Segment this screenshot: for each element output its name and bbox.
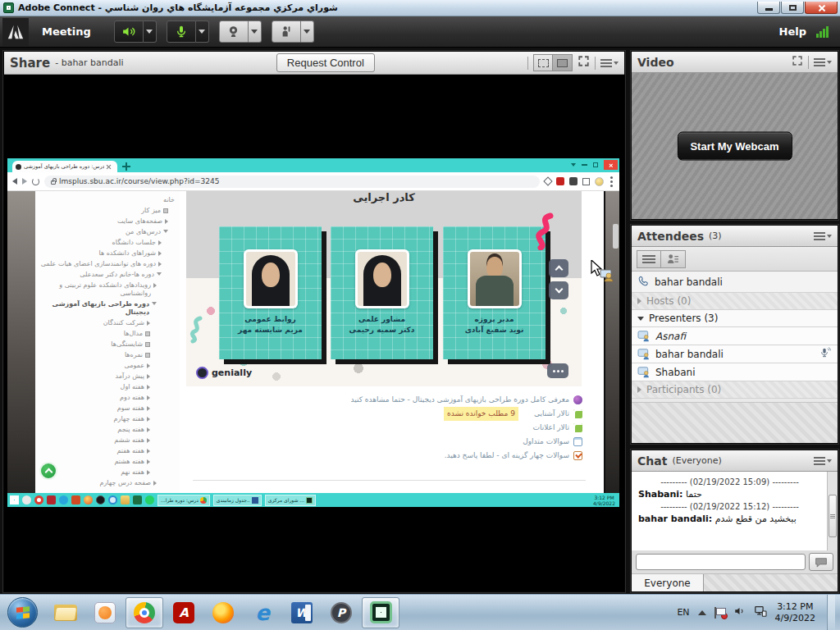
participants-group-row[interactable]: Participants (0) <box>632 381 838 399</box>
taskbar-p-app[interactable]: P <box>322 597 360 628</box>
sidebar-item[interactable]: هفته دوم <box>37 392 175 403</box>
language-indicator[interactable]: EN <box>677 607 689 618</box>
course-activity-link[interactable]: تالار آشنایی9 مطلب خوانده نشده <box>351 407 582 421</box>
status-dropdown[interactable] <box>301 21 314 43</box>
minimize-button[interactable] <box>757 2 780 14</box>
fit-width-toggle[interactable] <box>533 54 553 71</box>
tab-close-icon[interactable] <box>107 164 112 169</box>
sidebar-item[interactable]: عمومی <box>37 360 175 371</box>
shared-excel-icon[interactable] <box>133 495 142 504</box>
sidebar-item[interactable]: هفته پنجم <box>37 424 175 435</box>
tray-expand-icon[interactable] <box>698 610 706 615</box>
sidebar-item[interactable]: شوراهای دانشکده ها <box>37 248 175 258</box>
taskbar-adobe-connect[interactable] <box>362 597 399 628</box>
shared-obs-icon[interactable] <box>96 495 105 504</box>
sidebar-item[interactable]: دوره های توانمندسازی اعضای هیات علمی <box>37 258 175 269</box>
request-control-button[interactable]: Request Control <box>276 53 375 72</box>
sidebar-item[interactable]: هفته سوم <box>37 403 175 413</box>
taskbar-firefox[interactable] <box>204 597 242 628</box>
fullscreen-icon[interactable] <box>578 55 590 71</box>
sidebar-item[interactable]: شرکت کنندگان <box>37 317 175 328</box>
sidebar-item[interactable]: صفحه‌های سایت <box>37 216 175 226</box>
sidebar-item[interactable]: شایستگی‌ها <box>37 339 175 349</box>
shared-window-button-word[interactable]: ..جدول زمانبندی <box>213 495 262 506</box>
sidebar-item[interactable]: رویدادهای دانشکده علوم تربیتی و روانشناس… <box>37 280 175 299</box>
back-icon[interactable] <box>12 178 17 185</box>
course-activity-link[interactable]: سوالات متداول <box>351 435 582 449</box>
browser-minimize-icon[interactable] <box>582 164 587 166</box>
sidebar-item[interactable]: هفته اول <box>37 381 175 392</box>
sidebar-item[interactable]: میز کار <box>37 205 175 216</box>
network-icon[interactable] <box>754 605 767 620</box>
shared-explorer-icon[interactable] <box>121 495 130 504</box>
attendee-list-view-button[interactable] <box>637 250 661 268</box>
taskbar-media-player[interactable] <box>86 597 124 628</box>
sidebar-item[interactable]: هفته نهم <box>37 467 175 477</box>
staff-card[interactable]: مشاور علمیدکتر سمیه رحیمی <box>331 226 433 359</box>
new-tab-button[interactable] <box>122 162 130 171</box>
sidebar-item[interactable]: هفته چهارم <box>37 413 175 424</box>
chat-send-button[interactable] <box>809 553 833 571</box>
extension-icon[interactable] <box>556 177 564 185</box>
shared-whatsapp-icon[interactable] <box>145 495 154 504</box>
presenters-group-row[interactable]: Presenters (3) <box>632 310 838 327</box>
address-bar[interactable]: lmsplus.sbu.ac.ir/course/view.php?id=324… <box>44 176 540 188</box>
taskbar-word[interactable]: W <box>283 597 321 628</box>
shared-powerpoint-icon[interactable] <box>71 495 80 504</box>
back-to-top-button[interactable] <box>39 462 57 480</box>
presenter-row[interactable]: Shabani <box>632 363 838 381</box>
sidebar-item[interactable]: جلسات دانشگاه <box>37 237 175 248</box>
help-menu[interactable]: Help <box>779 25 806 38</box>
sidebar-item[interactable]: هفته هفتم <box>37 445 175 456</box>
shared-window-button-connect[interactable]: ... شورای مرکزی <box>265 495 316 506</box>
webcam-button[interactable] <box>219 21 249 43</box>
volume-icon[interactable] <box>733 605 746 620</box>
taskbar-chrome[interactable] <box>126 597 163 628</box>
microphone-dropdown[interactable] <box>196 21 209 43</box>
browser-profile-avatar[interactable] <box>595 177 604 186</box>
bookmark-star-icon[interactable] <box>543 176 552 185</box>
browser-menu-icon[interactable] <box>610 180 613 183</box>
speaker-dropdown[interactable] <box>144 21 157 43</box>
course-activity-link[interactable]: معرفی کامل دوره طراحی بازیهای آموزشی دیج… <box>351 393 582 407</box>
page-scrollbar[interactable] <box>613 224 619 249</box>
sidebar-item[interactable]: صفحه درس چهارم <box>37 477 175 488</box>
genially-brand[interactable]: genially <box>196 367 252 379</box>
browser-close-icon[interactable] <box>604 160 618 170</box>
close-button[interactable] <box>805 2 838 14</box>
chat-scrollbar[interactable] <box>827 472 838 551</box>
active-speaker-row[interactable]: bahar bandali <box>632 272 838 293</box>
extensions-puzzle-icon[interactable] <box>569 177 578 185</box>
fit-page-toggle[interactable] <box>553 54 573 71</box>
microphone-button[interactable] <box>167 21 196 43</box>
shared-app-icon[interactable] <box>47 495 56 504</box>
sidebar-item[interactable]: دوره ها-خانم دکتر سعدعلی <box>37 269 175 280</box>
show-desktop-button[interactable] <box>827 595 835 630</box>
shared-app-icon[interactable] <box>22 495 31 504</box>
connection-signal-icon[interactable] <box>816 26 829 38</box>
chat-input[interactable] <box>636 554 806 570</box>
hosts-group-row[interactable]: Hosts (0) <box>632 293 838 310</box>
shared-firefox-icon[interactable] <box>84 495 93 504</box>
speaker-button[interactable] <box>114 21 144 43</box>
slide-up-button[interactable] <box>549 259 568 277</box>
restore-button[interactable] <box>781 2 804 14</box>
shared-telegram-icon[interactable] <box>59 495 68 504</box>
chat-pod-menu-icon[interactable] <box>814 457 832 465</box>
staff-card[interactable]: روابط عمومیمریم شایسته مهر <box>219 226 322 359</box>
attendees-pod-menu-icon[interactable] <box>814 232 832 240</box>
sidebar-toggle-icon[interactable] <box>582 178 590 185</box>
genially-more-button[interactable] <box>547 363 568 378</box>
shared-opera-icon[interactable] <box>34 495 43 504</box>
shared-ie-icon[interactable] <box>108 495 117 504</box>
sidebar-item[interactable]: هفته هشتم <box>37 456 175 467</box>
shared-start-icon[interactable] <box>10 495 19 504</box>
staff-card[interactable]: مدیر پروژهنوید شفیع آبادی <box>443 226 546 359</box>
sidebar-item[interactable]: پیش درآمد <box>37 371 175 381</box>
sidebar-item-home[interactable]: خانه <box>37 194 175 205</box>
taskbar-acrobat[interactable]: A <box>165 597 203 628</box>
share-pod-menu-icon[interactable] <box>600 59 619 67</box>
sidebar-item[interactable]: نمره‌ها <box>37 349 175 360</box>
presenter-row[interactable]: bahar bandali <box>632 345 838 363</box>
browser-tab[interactable]: درس: دوره طراحی بازیهای آموزشی <box>12 161 117 172</box>
